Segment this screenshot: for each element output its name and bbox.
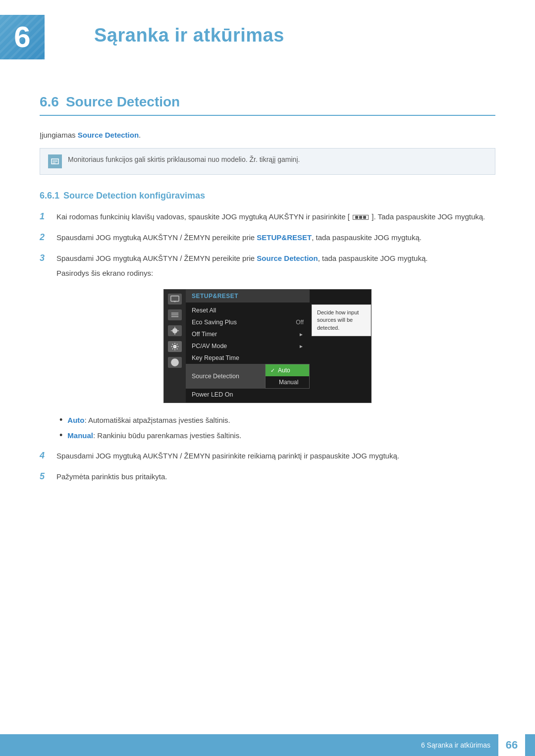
chapter-title: Sąranka ir atkūrimas [94, 15, 495, 46]
step-3: 3 Spausdami JOG mygtuką AUKŠTYN / ŽEMYN … [40, 252, 495, 279]
chapter-number-block: 6 [0, 15, 45, 59]
bullet-item-manual: • Manual: Rankiniu būdu parenkamas įvest… [59, 430, 495, 442]
svg-point-17 [175, 360, 175, 361]
step-1-text: Kai rodomas funkcinių klavišų vadovas, s… [56, 211, 495, 223]
menu-header-label: SETUP&RESET [186, 290, 310, 302]
menu-main-area: SETUP&RESET Reset All Eco Saving Plus Of… [186, 290, 310, 403]
menu-item-eco-saving: Eco Saving Plus Off [186, 316, 310, 328]
menu-mockup: SETUP&RESET Reset All Eco Saving Plus Of… [163, 289, 372, 403]
page-footer: 6 Sąranka ir atkūrimas 66 [0, 734, 535, 756]
submenu-option-manual: Manual [266, 376, 309, 388]
step-2-text: Spausdami JOG mygtuką AUKŠTYN / ŽEMYN pe… [56, 232, 495, 244]
subsection-heading: 6.6.1Source Detection konfigūravimas [40, 191, 495, 201]
subsection-title: Source Detection konfigūravimas [63, 191, 205, 201]
sidebar-icon-brightness [168, 309, 182, 320]
footer-page-number: 66 [498, 734, 525, 756]
step-2-number: 2 [40, 232, 52, 243]
intro-paragraph: Įjungiamas Source Detection. [40, 131, 495, 139]
menu-mockup-wrapper: SETUP&RESET Reset All Eco Saving Plus Of… [40, 289, 495, 403]
bullet-manual-text: Manual: Rankiniu būdu parenkamas įvestie… [67, 430, 241, 442]
step-5: 5 Pažymėta parinktis bus pritaikyta. [40, 471, 495, 483]
section-heading: 6.6Source Detection [40, 94, 495, 116]
svg-point-9 [173, 329, 177, 333]
step-3-text: Spausdami JOG mygtuką AUKŠTYN / ŽEMYN pe… [56, 252, 495, 279]
intro-suffix: . [139, 131, 141, 139]
step-1: 1 Kai rodomas funkcinių klavišų vadovas,… [40, 211, 495, 223]
subsection-number: 6.6.1 [40, 191, 59, 201]
steps-list-continued: 4 Spausdami JOG mygtuką AUKŠTYN / ŽEMYN … [40, 450, 495, 483]
menu-item-reset-all: Reset All [186, 304, 310, 316]
step-4-number: 4 [40, 451, 52, 461]
step-1-number: 1 [40, 211, 52, 222]
menu-items-list: Reset All Eco Saving Plus Off Off Timer … [186, 302, 310, 403]
menu-item-key-repeat: Key Repeat Time [186, 352, 310, 364]
sidebar-icon-info [168, 357, 182, 368]
step-2: 2 Spausdami JOG mygtuką AUKŠTYN / ŽEMYN … [40, 232, 495, 244]
menu-item-pcav-mode: PC/AV Mode ► [186, 340, 310, 352]
chapter-header: 6 Sąranka ir atkūrimas [0, 0, 535, 69]
menu-tooltip: Decide how input sources will be detecte… [312, 304, 371, 336]
step-4: 4 Spausdami JOG mygtuką AUKŠTYN / ŽEMYN … [40, 450, 495, 462]
sidebar-icon-settings [168, 341, 182, 352]
svg-rect-3 [171, 296, 179, 302]
menu-item-off-timer: Off Timer ► [186, 328, 310, 340]
step-4-text: Spausdami JOG mygtuką AUKŠTYN / ŽEMYN pa… [56, 450, 495, 462]
submenu-popup: ✓ Auto Manual [265, 364, 310, 389]
section-title: Source Detection [66, 94, 180, 109]
intro-highlighted: Source Detection [78, 131, 139, 139]
step-5-text: Pažymėta parinktis bus pritaikyta. [56, 471, 495, 483]
bullet-list: • Auto: Automatiškai atpažįstamas įvesti… [59, 415, 495, 441]
chapter-number: 6 [14, 22, 30, 52]
section-number: 6.6 [40, 94, 59, 109]
note-icon [48, 154, 62, 168]
step-5-number: 5 [40, 471, 52, 482]
intro-prefix: Įjungiamas [40, 131, 78, 139]
steps-list: 1 Kai rodomas funkcinių klavišų vadovas,… [40, 211, 495, 279]
note-text: Monitoriaus funkcijos gali skirtis prikl… [68, 154, 300, 165]
menu-item-source-detection: Source Detection [186, 364, 265, 389]
sidebar-icon-display [168, 294, 182, 304]
sidebar-icon-adjust [168, 325, 182, 336]
footer-chapter-text: 6 Sąranka ir atkūrimas [421, 741, 490, 749]
bullet-item-auto: • Auto: Automatiškai atpažįstamas įvesti… [59, 415, 495, 426]
menu-item-source-detection-row: Source Detection ✓ Auto Manual [186, 364, 310, 389]
step-3-number: 3 [40, 253, 52, 263]
main-content: 6.6Source Detection Įjungiamas Source De… [0, 94, 535, 531]
svg-point-14 [173, 345, 176, 348]
note-box: Monitoriaus funkcijos gali skirtis prikl… [40, 148, 495, 175]
menu-icon-inline [353, 215, 369, 220]
bullet-auto-text: Auto: Automatiškai atpažįstamas įvesties… [67, 415, 230, 426]
submenu-option-auto: ✓ Auto [266, 364, 309, 376]
menu-sidebar [164, 290, 186, 403]
menu-item-power-led: Power LED On [186, 389, 310, 401]
